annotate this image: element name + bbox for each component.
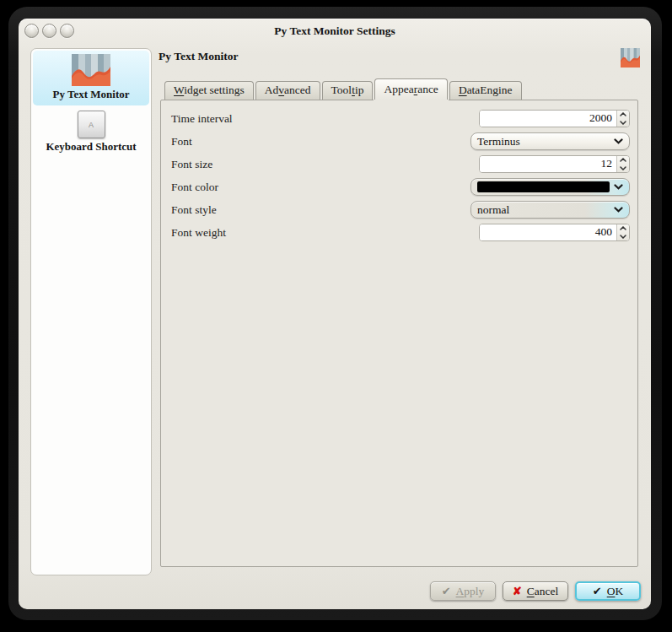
sidebar-item-label: Keyboard Shortcut [46,138,136,158]
field-label: Font color [171,181,470,194]
tab-bar: Widget settings Advanced Tooltip Appeara… [164,81,522,100]
check-icon: ✔ [442,585,451,598]
field-label: Time interval [171,112,479,126]
check-icon: ✔ [593,585,602,598]
font-weight-spinbox[interactable]: 400 [479,224,630,241]
field-label: Font [171,135,470,149]
tab-advanced[interactable]: Advanced [255,81,320,100]
appearance-tab-panel: Time interval 2000 Font Terminus Font si… [160,100,638,567]
font-combobox[interactable]: Terminus [470,132,630,150]
apply-button[interactable]: ✔ Apply [430,581,496,601]
field-label: Font size [171,158,479,171]
window-title: Py Text Monitor Settings [19,24,651,38]
keycap-icon: A [78,111,105,138]
form-row-font-size: Font size 12 [171,153,630,176]
cancel-button[interactable]: ✘ Cancel [503,581,568,601]
font-color-combobox[interactable] [470,178,630,196]
field-label: Font style [171,203,470,217]
field-label: Font weight [171,226,479,240]
form-row-font-style: Font style normal [171,198,630,221]
time-interval-spinbox[interactable]: 2000 [479,110,630,127]
spin-up-button[interactable] [617,224,629,233]
page-title: Py Text Monitor [159,50,239,63]
form-row-font-weight: Font weight 400 [171,221,630,244]
form-row-time-interval: Time interval 2000 [171,107,630,130]
sidebar: Py Text Monitor A Keyboard Shortcut [30,48,152,575]
spin-up-button[interactable] [617,156,629,165]
ok-button[interactable]: ✔ OK [575,581,641,601]
chevron-down-icon [614,184,623,190]
chevron-down-icon [614,138,623,144]
form-row-font-color: Font color [171,176,630,198]
font-size-spinbox[interactable]: 12 [479,155,630,173]
x-icon: ✘ [513,585,522,598]
font-combobox-value: Terminus [477,135,614,149]
tab-appearance[interactable]: Appearance [374,78,447,100]
chevron-down-icon [614,207,623,213]
settings-window: Py Text Monitor Settings Py Text Monitor… [19,19,651,609]
tab-widget-settings[interactable]: Widget settings [164,81,254,100]
spin-down-button[interactable] [617,165,629,173]
spin-up-button[interactable] [617,111,629,119]
text-monitor-chart-icon-small [621,48,640,68]
font-style-combobox[interactable]: normal [470,201,630,219]
font-style-combobox-value: normal [477,203,614,217]
spin-down-button[interactable] [617,119,629,127]
text-monitor-chart-icon [72,54,110,86]
keycap-letter: A [89,121,94,129]
font-size-value[interactable]: 12 [480,156,616,172]
sidebar-item-label: Py Text Monitor [53,86,130,105]
form-row-font: Font Terminus [171,130,630,153]
titlebar[interactable]: Py Text Monitor Settings [19,19,651,44]
time-interval-value[interactable]: 2000 [480,111,616,127]
spin-down-button[interactable] [617,233,629,241]
dialog-button-row: ✔ Apply ✘ Cancel ✔ OK [430,581,641,601]
color-swatch-black [477,181,610,192]
tab-tooltip[interactable]: Tooltip [322,81,374,100]
sidebar-item-py-text-monitor[interactable]: Py Text Monitor [33,51,149,105]
sidebar-item-keyboard-shortcut[interactable]: A Keyboard Shortcut [33,105,149,158]
tab-dataengine[interactable]: DataEngine [449,81,522,100]
font-weight-value[interactable]: 400 [480,224,616,240]
